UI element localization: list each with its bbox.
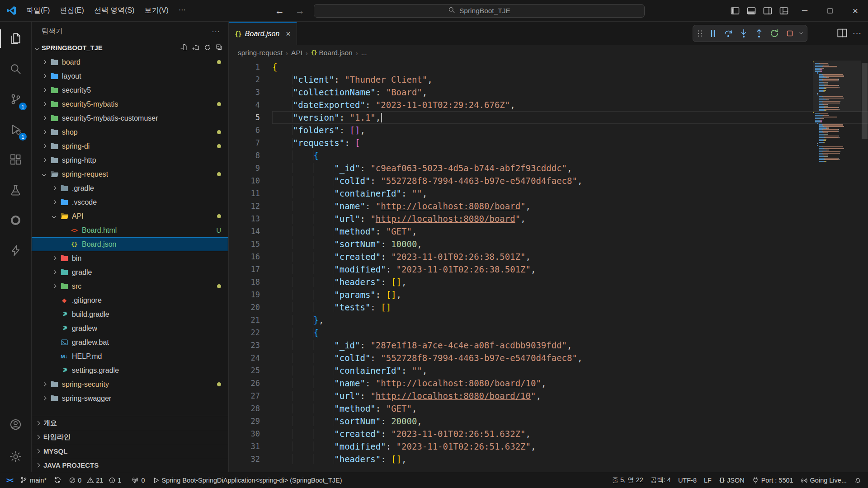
code-line[interactable]: 24 "colId": "552728f8-7994-4463-b97e-e54… [229,352,868,364]
section-java-projects[interactable]: JAVA PROJECTS [32,458,228,472]
source-control-icon[interactable]: 1 [0,84,31,114]
testing-icon[interactable] [0,175,31,205]
tree-item-settings.gradle[interactable]: settings.gradle [32,363,228,377]
tree-item-security5-mybatis[interactable]: security5-mybatis [32,97,228,111]
spring-boot-app[interactable]: Spring Boot-SpringDiApplication<spring-d… [149,472,346,488]
section-개요[interactable]: 개요 [32,416,228,430]
code-line[interactable]: 15 "sortNum": 10000, [229,238,868,250]
code-line[interactable]: 7 "requests": [ [229,136,868,149]
code-line[interactable]: 27 "url": "http://localhost:8080/board/1… [229,389,868,402]
code-line[interactable]: 17 "modified": "2023-11-01T02:26:38.501Z… [229,263,868,276]
run-and-debug-icon[interactable]: 1 [0,114,31,145]
tree-item-board.html[interactable]: <>Board.htmlU [32,223,228,237]
thunder-client-icon[interactable] [0,235,31,266]
tree-item-build.gradle[interactable]: build.gradle [32,307,228,321]
editor-more-actions-icon[interactable]: ··· [853,29,862,38]
sync-changes[interactable] [50,472,65,488]
restart-icon[interactable] [767,26,782,41]
tree-item-shop[interactable]: shop [32,125,228,139]
tree-item-spring-security[interactable]: spring-security [32,377,228,391]
code-editor[interactable]: 1{2 "client": "Thunder Client",3 "collec… [229,61,868,472]
step-over-icon[interactable] [721,26,736,41]
breadcrumb-item-api[interactable]: API [291,49,302,57]
tree-item-spring-http[interactable]: spring-http [32,153,228,167]
tree-item-spring-di[interactable]: spring-di [32,139,228,153]
problems[interactable]: 0211 [65,472,128,488]
code-line[interactable]: 12 "name": "http://localhost:8080/board"… [229,200,868,212]
nav-back-button[interactable]: ← [273,5,286,16]
code-line[interactable]: 6 "folders": [], [229,124,868,136]
tab-close-button[interactable]: × [286,29,291,39]
code-line[interactable]: 11 "containerId": "", [229,187,868,200]
tree-item-gradlew.bat[interactable]: gradlew.bat [32,335,228,349]
tree-item-security5-mybatis-customuser[interactable]: security5-mybatis-customuser [32,111,228,125]
manage-icon[interactable] [0,441,31,472]
tree-item-layout[interactable]: layout [32,69,228,83]
notifications[interactable] [850,472,865,488]
menu-overflow[interactable]: ··· [174,4,191,18]
live-server[interactable]: Going Live... [797,472,850,488]
tab-board-json[interactable]: {} Board.json × [229,22,297,45]
pause-icon[interactable] [705,26,721,41]
code-line[interactable]: 2 "client": "Thunder Client", [229,73,868,86]
forwarded-ports[interactable]: 0 [128,472,148,488]
stop-icon[interactable] [782,26,797,41]
breadcrumb-item-board-json[interactable]: {}Board.json [311,49,353,57]
menu-선택 영역[interactable]: 선택 영역(S) [89,4,140,18]
encoding[interactable]: UTF-8 [675,472,700,488]
tree-item-spring-request[interactable]: spring-request [32,167,228,181]
code-line[interactable]: 8 { [229,149,868,162]
code-line[interactable]: 30 "created": "2023-11-01T02:26:51.632Z"… [229,427,868,440]
code-line[interactable]: 18 "headers": [], [229,276,868,288]
new-file-icon[interactable] [180,44,188,52]
sidebar-more-actions[interactable]: ··· [212,27,221,35]
code-line[interactable]: 28 "method": "GET", [229,402,868,415]
code-line[interactable]: 4 "dateExported": "2023-11-01T02:29:24.6… [229,99,868,111]
code-line[interactable]: 25 "containerId": "", [229,364,868,377]
customize-layout-icon[interactable] [776,6,792,16]
refresh-icon[interactable] [204,44,211,52]
language-mode[interactable]: {}JSON [715,472,748,488]
tree-item-help.md[interactable]: M↓HELP.md [32,349,228,363]
code-line[interactable]: 31 "modified": "2023-11-01T02:26:51.632Z… [229,440,868,453]
remote-indicator[interactable]: >< [3,472,16,488]
code-line[interactable]: 22 { [229,326,868,339]
tree-item-src[interactable]: src [32,279,228,293]
accounts-icon[interactable] [0,409,31,440]
close-button[interactable]: × [843,0,868,22]
breadcrumb-item-spring-request[interactable]: spring-request [238,49,283,57]
collapse-all-icon[interactable] [216,44,223,52]
dropdown-icon[interactable] [797,26,806,41]
menu-편집[interactable]: 편집(E) [55,4,89,18]
new-folder-icon[interactable] [192,44,199,52]
section-타임라인[interactable]: 타임라인 [32,430,228,444]
maximize-button[interactable] [817,0,843,22]
code-line[interactable]: 32 "headers": [], [229,453,868,465]
step-into-icon[interactable] [736,26,751,41]
tree-item-gradle[interactable]: gradle [32,265,228,279]
tree-item-board.json[interactable]: {}Board.json [32,237,228,251]
minimize-button[interactable]: ─ [792,0,817,22]
code-line[interactable]: 10 "colId": "552728f8-7994-4463-b97e-e54… [229,174,868,187]
code-line[interactable]: 1{ [229,61,868,73]
tree-item-.gradle[interactable]: .gradle [32,181,228,195]
nav-forward-button[interactable]: → [293,5,307,16]
drag-handle-icon[interactable] [694,26,705,41]
toggle-secondary-sidebar-icon[interactable] [760,6,776,16]
extensions-icon[interactable] [0,145,31,175]
code-line[interactable]: 19 "params": [], [229,288,868,301]
tree-item-security5[interactable]: security5 [32,83,228,97]
tree-item-.gitignore[interactable]: ◆.gitignore [32,293,228,307]
spring-boot-dashboard-icon[interactable] [0,205,31,235]
code-line[interactable]: 13 "url": "http://localhost:8080/board", [229,212,868,225]
code-line[interactable]: 21 }, [229,314,868,326]
code-line[interactable]: 26 "name": "http://localhost:8080/board/… [229,377,868,389]
indentation[interactable]: 공백: 4 [647,472,675,488]
port[interactable]: Port : 5501 [748,472,797,488]
code-line[interactable]: 14 "method": "GET", [229,225,868,238]
explorer-icon[interactable] [0,23,31,54]
toggle-sidebar-icon[interactable] [727,6,743,16]
split-editor-icon[interactable] [836,27,848,40]
tree-item-bin[interactable]: bin [32,251,228,265]
menu-보기[interactable]: 보기(V) [140,4,174,18]
